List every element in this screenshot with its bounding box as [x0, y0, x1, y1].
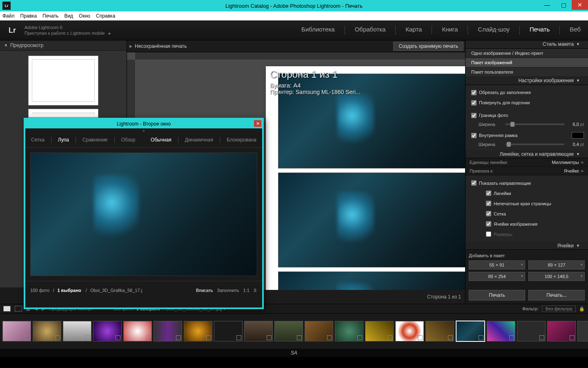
filmstrip-thumb[interactable] [154, 321, 182, 341]
border-width-slider[interactable] [506, 123, 564, 125]
filmstrip-thumb[interactable] [63, 321, 91, 341]
page-info-overlay: Сторона 1 из 1 Бумага: A4 Принтер: Samsu… [270, 69, 361, 95]
fill-button[interactable]: Заполнить [217, 288, 239, 293]
create-saved-print-button[interactable]: Создать хранимую печать [393, 42, 463, 51]
paper-preview[interactable] [266, 66, 465, 290]
inner-width-slider[interactable] [506, 144, 564, 145]
filmstrip-thumb[interactable] [214, 321, 243, 341]
module-book[interactable]: Книга [442, 26, 458, 35]
zoom-1to1-button[interactable]: 1:1 [243, 288, 249, 293]
print-dialog-button[interactable]: Печать... [528, 290, 585, 301]
second-window-close-button[interactable]: ✕ [254, 120, 261, 127]
product-name: Adobe Lightroom 6 [24, 25, 111, 30]
minimize-button[interactable]: — [539, 0, 555, 10]
cell-size-button[interactable]: 89 × 254▾ [469, 272, 525, 281]
filmstrip[interactable] [0, 314, 588, 349]
menu-print[interactable]: Печать [42, 13, 58, 19]
guides-dims-checkbox[interactable] [486, 231, 491, 237]
close-button[interactable]: ✕ [572, 0, 588, 10]
monitor-1-button[interactable] [3, 306, 11, 312]
menu-window[interactable]: Окно [79, 13, 90, 19]
maximize-button[interactable]: ▢ [555, 0, 572, 10]
filmstrip-thumb[interactable] [93, 321, 122, 341]
module-develop[interactable]: Обработка [355, 26, 386, 35]
guides-cells-checkbox[interactable] [486, 221, 491, 227]
ruler-horizontal [135, 52, 465, 60]
cell-size-button[interactable]: 100 × 148,5▾ [528, 272, 585, 281]
second-window-titlebar[interactable]: Lightroom - Второе окно ✕ [25, 119, 262, 128]
page-thumbnail[interactable] [28, 56, 98, 105]
menu-edit[interactable]: Правка [20, 13, 37, 19]
filter-lock-icon[interactable]: 🔒 [579, 306, 585, 312]
image-cell[interactable] [278, 173, 465, 267]
tab-locked[interactable]: Блокирована [227, 137, 256, 143]
filmstrip-thumb[interactable] [33, 321, 61, 341]
border-width-value: 6,0 [567, 122, 579, 127]
module-web[interactable]: Веб [570, 26, 581, 35]
filmstrip-thumb[interactable] [335, 321, 363, 341]
menu-file[interactable]: Файл [2, 13, 15, 19]
filmstrip-thumb[interactable] [184, 321, 212, 341]
filmstrip-thumb[interactable] [395, 321, 424, 341]
inner-checkbox[interactable] [471, 133, 477, 138]
cell-size-button[interactable]: 89 × 127▾ [528, 260, 585, 269]
filmstrip-thumb[interactable] [425, 321, 454, 341]
second-window[interactable]: Lightroom - Второе окно ✕ ▲ Сетка Лупа С… [24, 118, 264, 309]
style-package[interactable]: Пакет изображений [466, 58, 588, 67]
guides-grid-checkbox[interactable] [486, 211, 491, 216]
filmstrip-thumb[interactable] [123, 321, 152, 341]
filmstrip-thumb[interactable] [2, 321, 31, 341]
module-library[interactable]: Библиотека [301, 26, 335, 35]
guides-rulers-checkbox[interactable] [486, 191, 491, 196]
filmstrip-thumb[interactable] [577, 321, 588, 341]
filmstrip-thumb[interactable] [244, 321, 273, 341]
menu-help[interactable]: Справка [96, 13, 115, 19]
paper-label: Бумага: A4 [270, 82, 361, 89]
tab-dynamic[interactable]: Динамичная [185, 137, 213, 143]
image-settings-header[interactable]: Настройки изображения▼ [466, 77, 588, 85]
filmstrip-thumb[interactable] [274, 321, 303, 341]
tab-survey[interactable]: Обзор [121, 137, 136, 143]
filmstrip-thumb-selected[interactable] [456, 321, 485, 342]
tab-grid[interactable]: Сетка [31, 137, 45, 143]
filmstrip-thumb[interactable] [487, 321, 515, 341]
filmstrip-thumb[interactable] [547, 321, 576, 341]
snap-to-dropdown[interactable]: Привязка к:Ячейке≑ [466, 167, 588, 175]
style-single[interactable]: Одно изображение / Индекс-принт [466, 49, 588, 58]
filmstrip-thumb[interactable] [305, 321, 333, 341]
image-cell[interactable] [278, 272, 465, 290]
print-button[interactable]: Печать [469, 290, 525, 301]
guides-margins-checkbox[interactable] [486, 201, 491, 206]
filter-dropdown[interactable]: Без фильтра [542, 305, 576, 312]
mobile-prompt[interactable]: Приступая к работе с Lightroom mobile ▸ [24, 30, 111, 36]
module-slideshow[interactable]: Слайд-шоу [478, 26, 510, 35]
page-thumbnail[interactable] [28, 109, 98, 118]
tab-loupe[interactable]: Лупа [58, 137, 69, 143]
crop-checkbox[interactable] [471, 90, 477, 95]
style-user[interactable]: Пакет пользователя [466, 67, 588, 77]
border-checkbox[interactable] [471, 113, 477, 118]
cell-size-button[interactable]: 55 × 91▾ [469, 260, 525, 269]
app-header: Lr Adobe Lightroom 6 Приступая к работе … [0, 20, 588, 40]
filmstrip-thumb[interactable] [517, 321, 546, 341]
tab-normal[interactable]: Обычная [151, 137, 172, 143]
ruler-units-dropdown[interactable]: Единицы линейки:Миллиметры≑ [466, 158, 588, 167]
module-print[interactable]: Печать [530, 26, 550, 35]
fit-button[interactable]: Вписать [196, 288, 213, 293]
inner-color-swatch[interactable] [572, 132, 584, 139]
tab-compare[interactable]: Сравнение [82, 137, 108, 143]
monitor-2-button[interactable] [15, 306, 22, 312]
rulers-header[interactable]: Линейки, сетка и направляющие▼ [466, 150, 588, 159]
second-window-title: Lightroom - Второе окно [25, 121, 262, 127]
second-window-image[interactable] [30, 153, 257, 276]
cells-header[interactable]: Ячейки▼ [466, 242, 588, 250]
zoom-ratio-button[interactable]: 3: [254, 288, 257, 293]
layout-style-header[interactable]: Стиль макета▼ [466, 40, 588, 49]
rotate-checkbox[interactable] [471, 100, 477, 105]
module-map[interactable]: Карта [405, 26, 422, 35]
guides-checkbox[interactable] [471, 180, 477, 186]
preview-header[interactable]: ▼Предпросмотр [0, 40, 127, 51]
chevron-right-icon[interactable]: ▶ [129, 44, 132, 48]
menu-view[interactable]: Вид [64, 13, 73, 19]
filmstrip-thumb[interactable] [365, 321, 394, 341]
